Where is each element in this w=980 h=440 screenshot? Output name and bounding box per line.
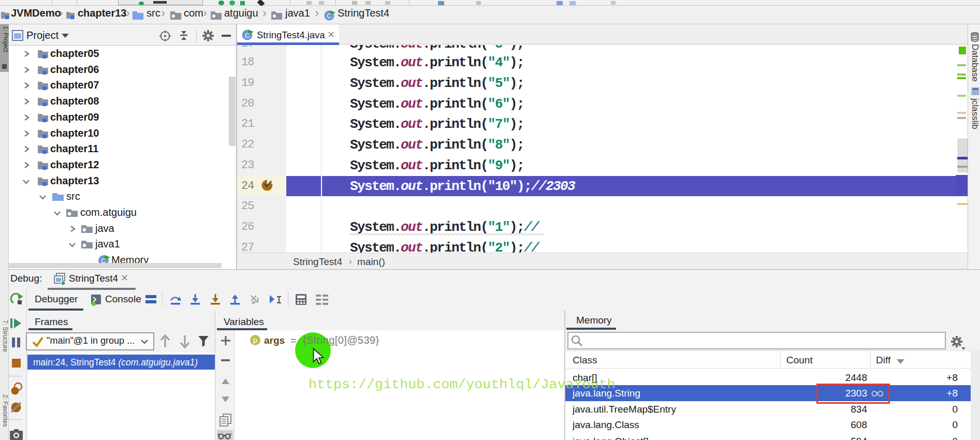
- svg-text:p: p: [253, 335, 257, 344]
- svg-text:C: C: [327, 12, 331, 20]
- svg-text:C: C: [245, 32, 250, 39]
